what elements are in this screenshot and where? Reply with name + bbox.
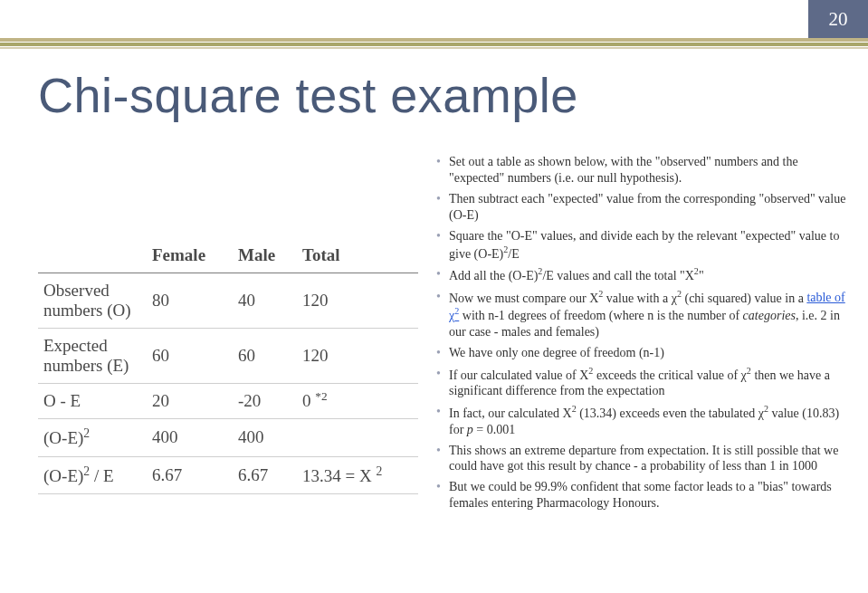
slide: 20 Chi-square test example Female Male T… bbox=[0, 0, 868, 593]
list-item: In fact, our calculated X2 (13.34) excee… bbox=[436, 404, 850, 437]
cell: 60 bbox=[147, 329, 233, 384]
divider-bar bbox=[0, 38, 868, 42]
bullets-area: Set out a table as shown below, with the… bbox=[418, 154, 850, 579]
divider-bars bbox=[0, 38, 868, 49]
row-label-text: (O-E) bbox=[43, 466, 83, 485]
bullet-text: value with a χ bbox=[603, 291, 677, 304]
cell: 6.67 bbox=[147, 456, 233, 493]
table-header: Male bbox=[233, 238, 297, 273]
list-item: This shows an extreme departure from exp… bbox=[436, 443, 850, 475]
table-header: Female bbox=[147, 238, 233, 273]
cell-value: 13.34 = X bbox=[302, 466, 372, 485]
divider-bar bbox=[0, 47, 868, 49]
list-item: Set out a table as shown below, with the… bbox=[436, 154, 850, 187]
row-label: Observed numbers (O) bbox=[38, 273, 147, 329]
cell: 120 bbox=[297, 329, 418, 384]
bullet-text: = 0.001 bbox=[473, 423, 515, 436]
cell: 80 bbox=[147, 273, 233, 329]
bullet-text: exceeds the critical value of χ bbox=[593, 368, 746, 381]
footnote-mark: *2 bbox=[315, 389, 327, 403]
bullet-text: /E values and call the total "X bbox=[542, 269, 693, 282]
row-label: (O-E)2 / E bbox=[38, 456, 147, 493]
row-label: (O-E)2 bbox=[38, 419, 147, 456]
chi-square-table: Female Male Total Observed numbers (O) 8… bbox=[38, 238, 418, 494]
page-number: 20 bbox=[808, 0, 868, 38]
bullet-text: " bbox=[699, 269, 704, 282]
list-item: Add all the (O-E)2/E values and call the… bbox=[436, 266, 850, 284]
bullet-text: /E bbox=[508, 246, 519, 260]
list-item: Then subtract each "expected" value from… bbox=[436, 191, 850, 224]
cell: 6.67 bbox=[233, 456, 297, 493]
list-item: But we could be 99.9% confident that som… bbox=[436, 479, 850, 512]
cell: 60 bbox=[233, 329, 297, 384]
row-label-text: (O-E) bbox=[43, 429, 83, 448]
table-area: Female Male Total Observed numbers (O) 8… bbox=[38, 154, 418, 579]
bullet-text: If our calculated value of X bbox=[449, 368, 588, 381]
bullet-text: (chi squared) value in a bbox=[682, 291, 806, 304]
list-item: Now we must compare our X2 value with a … bbox=[436, 289, 850, 340]
cell: 400 bbox=[147, 419, 233, 456]
table-row: Observed numbers (O) 80 40 120 bbox=[38, 273, 418, 329]
list-item: We have only one degree of freedom (n-1) bbox=[436, 345, 850, 361]
table-row: Expected numbers (E) 60 60 120 bbox=[38, 329, 418, 384]
bullet-text: In fact, our calculated X bbox=[449, 406, 572, 420]
bullet-text: Add all the (O-E) bbox=[449, 269, 538, 282]
bullet-list: Set out a table as shown below, with the… bbox=[436, 154, 850, 512]
bullet-italic: p bbox=[467, 423, 473, 436]
bullet-text: (13.34) exceeds even the tabulated χ bbox=[577, 406, 764, 420]
table-header bbox=[38, 238, 147, 273]
cell bbox=[297, 419, 418, 456]
cell: 20 bbox=[147, 384, 233, 419]
cell-sup: 2 bbox=[376, 464, 382, 478]
cell: 40 bbox=[233, 273, 297, 329]
table-row: O - E 20 -20 0 *2 bbox=[38, 384, 418, 419]
table-row: (O-E)2 400 400 bbox=[38, 419, 418, 456]
list-item: Square the "O-E" values, and divide each… bbox=[436, 228, 850, 262]
row-label: O - E bbox=[38, 384, 147, 419]
cell: 400 bbox=[233, 419, 297, 456]
cell: 0 *2 bbox=[297, 384, 418, 419]
cell: 120 bbox=[297, 273, 418, 329]
row-label-text: / E bbox=[90, 466, 113, 485]
row-label: Expected numbers (E) bbox=[38, 329, 147, 384]
table-row: (O-E)2 / E 6.67 6.67 13.34 = X 2 bbox=[38, 456, 418, 493]
bullet-text: with n-1 degrees of freedom (where n is … bbox=[459, 309, 742, 322]
slide-title: Chi-square test example bbox=[38, 67, 578, 123]
row-label-sup: 2 bbox=[83, 426, 90, 440]
list-item: If our calculated value of X2 exceeds th… bbox=[436, 366, 850, 399]
bullet-text: Now we must compare our X bbox=[449, 291, 598, 304]
divider-bar bbox=[0, 43, 868, 46]
cell-value: 0 bbox=[302, 391, 315, 410]
table-header: Total bbox=[297, 238, 418, 273]
bullet-italic: categories bbox=[743, 309, 796, 322]
cell: 13.34 = X 2 bbox=[297, 456, 418, 493]
cell: -20 bbox=[233, 384, 297, 419]
